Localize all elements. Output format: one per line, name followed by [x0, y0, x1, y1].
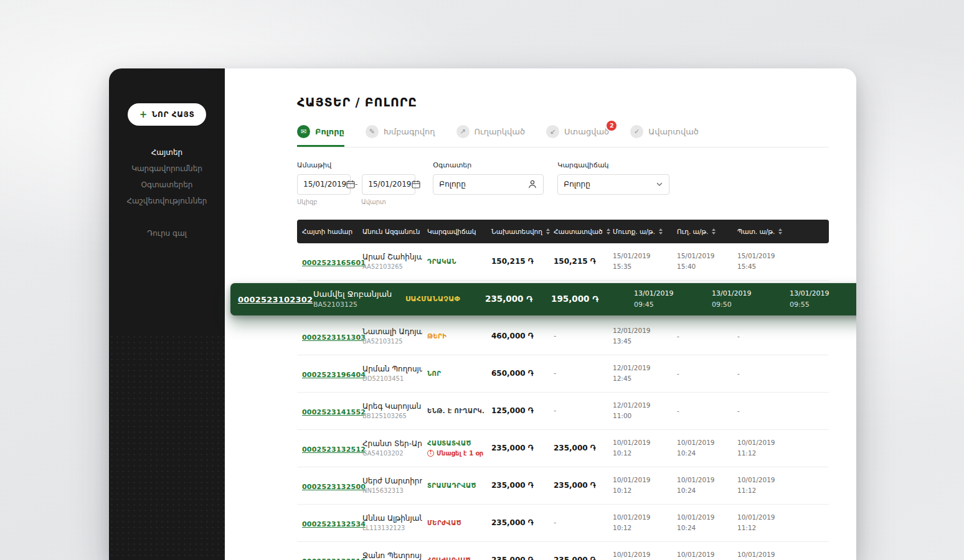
answer-datetime: 15/01/201915:45	[732, 251, 829, 273]
date-filter-group: Ամսաթիվ 15/01/2019 - 15/01/2019	[297, 161, 415, 205]
table-body: 0002523165601 Արամ Շահինյան AA52103265 Դ…	[297, 243, 829, 560]
status-filter-group: Կարգավիճակ Բոլորը	[557, 161, 669, 205]
planned-amount: 235,000 ֏	[486, 556, 549, 560]
column-header[interactable]: Հաստատված	[549, 228, 608, 235]
entry-datetime: 13/01/201909:45	[626, 288, 704, 310]
entry-datetime: 10/01/201910:12	[608, 475, 672, 497]
date-to-hint: Ավարտ	[361, 198, 386, 205]
table-row[interactable]: 0002523132500 Սերժ Մարտիրոսյան NN1563231…	[297, 467, 829, 505]
sidebar-item-users[interactable]: Օգտատերեր	[141, 180, 193, 189]
status-filter-select[interactable]: Բոլորը	[557, 174, 669, 195]
table-row[interactable]: 0002523132518 Ջանո Պետրոսյան AA0004103 Հ…	[297, 542, 829, 560]
tab-received[interactable]: ↙ Ստացված 2	[546, 125, 609, 147]
sort-icon[interactable]	[778, 228, 782, 235]
status-label: ՆՈՐ	[427, 370, 486, 377]
date-filter-label: Ամսաթիվ	[297, 161, 415, 169]
warning-icon: !	[427, 450, 434, 457]
column-header: Հայտի համար	[297, 228, 357, 235]
applicant-document-number: AA52103265	[362, 263, 422, 270]
table-row[interactable]: 0002523151303 Նատալի Ադոյան BA52103125 Թ…	[297, 318, 829, 355]
status-label: ՄԵՐԺՎԱԾ	[427, 520, 486, 526]
tab-sent[interactable]: ↗ Ուղարկված	[456, 125, 526, 147]
sidebar-item-applications[interactable]: Հայտեր	[151, 148, 182, 157]
new-application-button[interactable]: + ՆՈՐ ՀԱՅՏ	[128, 103, 207, 126]
table-row[interactable]: 0002523132534 Աննա Ալթինյան LL113132123 …	[297, 505, 829, 542]
pencil-icon: ✎	[366, 125, 379, 138]
sent-datetime: 10/01/201910:24	[672, 437, 732, 459]
user-filter-input[interactable]: Բոլորը	[433, 174, 544, 195]
applicant-document-number: DD52103451	[362, 375, 422, 382]
applicant-document-number: GA54103202	[362, 450, 422, 457]
arrow-up-right-icon: ↗	[456, 125, 470, 138]
sort-icon[interactable]	[659, 228, 663, 235]
table-row[interactable]: 0002523196404 Արման Պողոսյան DD52103451 …	[297, 355, 829, 393]
status-label: ՀԱՍՏԱՏՎԱԾ	[427, 440, 486, 447]
tab-label: Ավարտված	[648, 127, 699, 136]
envelope-icon: ✉	[297, 125, 310, 138]
sidebar-item-logout[interactable]: Դուրս գալ	[147, 229, 187, 238]
applicant-document-number: BB125103265	[362, 413, 422, 419]
entry-datetime: 10/01/201910:12	[608, 437, 672, 459]
application-id-link[interactable]: 0002523132518	[302, 558, 366, 560]
sort-icon[interactable]	[712, 228, 716, 235]
status-label: ՏՐԱՄԱԴՐՎԱԾ	[427, 482, 486, 489]
status-label: ԵՆԹ. Է ՈՒՂԱՐԿ.	[427, 408, 486, 414]
status-label: ՀՐԱԺԱՐՎԱԾ	[427, 557, 486, 560]
table-row[interactable]: 0002523132512 Հրանտ Տեր-Արքա... GA541032…	[297, 430, 829, 467]
application-id-link[interactable]: 0002523151303	[302, 334, 366, 342]
calendar-icon[interactable]	[412, 180, 420, 189]
tab-editing[interactable]: ✎ Խմբագրվող	[366, 125, 435, 147]
calendar-icon[interactable]	[346, 180, 355, 189]
application-id-link[interactable]: 0002523132512	[302, 446, 366, 454]
applicant-name: Հրանտ Տեր-Արքա...	[362, 439, 422, 448]
application-id-link[interactable]: 0002523132500	[302, 483, 366, 491]
table-row-selected[interactable]: 0002523102302 Սամվել Ջոբանյան BA52103125…	[230, 283, 856, 315]
main-content: ՀԱՅՏԵՐ / ԲՈԼՈՐԸ ✉ Բոլորը ✎ Խմբագրվող ↗ Ո…	[225, 68, 856, 560]
answer-datetime: -	[732, 368, 829, 379]
sidebar-item-reports[interactable]: Հաշվետվություններ	[127, 197, 207, 205]
application-id-link[interactable]: 0002523102302	[238, 295, 313, 304]
date-range-separator: -	[355, 180, 357, 189]
tab-all[interactable]: ✉ Բոլորը	[297, 125, 344, 147]
chevron-down-icon[interactable]	[656, 180, 663, 188]
column-header[interactable]: Պատ. ա/թ.	[732, 228, 829, 235]
date-to-input[interactable]: 15/01/2019	[362, 174, 415, 195]
applicant-document-number: NN15632313	[362, 487, 422, 494]
column-header[interactable]: Մուտք. ա/թ.	[608, 228, 672, 235]
table-row[interactable]: 0002523141552 Արեգ Կարոյան BB125103265 Ե…	[297, 393, 829, 430]
tab-completed[interactable]: ✓ Ավարտված	[630, 125, 699, 147]
tab-label: Խմբագրվող	[384, 127, 435, 136]
table-row[interactable]: 0002523165601 Արամ Շահինյան AA52103265 Դ…	[297, 243, 829, 281]
entry-datetime: 12/01/201913:45	[608, 325, 672, 347]
column-header[interactable]: Ուղ. ա/թ.	[672, 228, 732, 235]
application-id-link[interactable]: 0002523141552	[302, 408, 366, 416]
planned-amount: 235,000 ֏	[486, 518, 549, 527]
application-id-link[interactable]: 0002523165601	[302, 259, 366, 267]
answer-datetime: 10/01/201911:12	[732, 512, 829, 534]
column-header[interactable]: Նախատեսվող	[486, 228, 549, 235]
applicant-name: Սերժ Մարտիրոսյան	[362, 477, 422, 485]
sent-datetime: -	[672, 331, 732, 342]
answer-datetime: -	[732, 331, 829, 342]
sidebar-item-settings[interactable]: Կարգավորումներ	[131, 164, 202, 173]
user-filter-group: Օգտատեր Բոլորը	[433, 161, 544, 205]
date-from-input[interactable]: 15/01/2019	[297, 174, 351, 195]
sent-datetime: 10/01/201910:24	[672, 512, 732, 534]
approved-amount: -	[549, 406, 608, 415]
person-icon	[527, 179, 537, 189]
answer-datetime: -	[732, 406, 829, 416]
approved-amount: 235,000 ֏	[549, 481, 608, 490]
approved-amount: -	[549, 518, 608, 527]
application-id-link[interactable]: 0002523132534	[302, 520, 366, 528]
sent-datetime: 13/01/201909:50	[704, 288, 782, 310]
applicant-name: Աննա Ալթինյան	[362, 514, 422, 523]
received-count-badge: 2	[605, 119, 618, 132]
entry-datetime: 12/01/201911:00	[608, 400, 672, 422]
entry-datetime: 12/01/201912:45	[608, 363, 672, 385]
approved-amount: 150,215 ֏	[549, 257, 608, 266]
planned-amount: 235,000 ֏	[478, 294, 544, 304]
applicant-name: Նատալի Ադոյան	[362, 327, 422, 336]
table-header: Հայտի համարԱնուն ԱզգանունԿարգավիճակՆախատ…	[297, 220, 829, 243]
status-label: ՍԱՀՄԱՆԱՉԱՓ	[405, 295, 478, 303]
application-id-link[interactable]: 0002523196404	[302, 371, 366, 379]
